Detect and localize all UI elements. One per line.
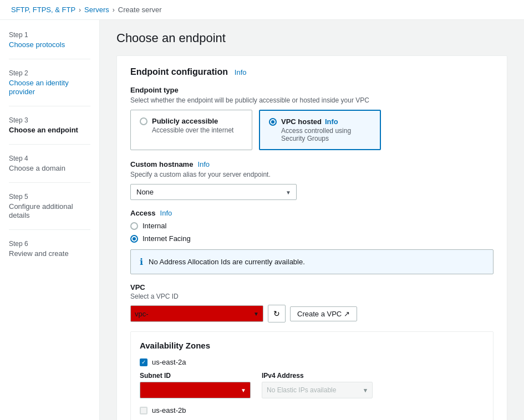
az-2a-ipv4-label: IPv4 Address (262, 372, 373, 380)
az-2b-checkbox[interactable] (140, 407, 147, 414)
endpoint-type-desc: Select whether the endpoint will be publ… (130, 96, 494, 104)
publicly-accessible-option[interactable]: Publicly accessible Accessible over the … (130, 110, 252, 150)
step3-label: Choose an endpoint (9, 126, 78, 134)
info-box-icon: ℹ (140, 257, 143, 267)
step5-number: Step 5 (9, 193, 90, 201)
az-2a-ipv4-col: IPv4 Address No Elastic IPs available ▼ (262, 372, 373, 398)
vpc-create-label: Create a VPC ↗ (297, 310, 350, 318)
custom-hostname-desc: Specify a custom alias for your server e… (130, 171, 494, 178)
internal-radio (130, 222, 138, 230)
breadcrumb-sep-1: › (79, 6, 81, 14)
publicly-accessible-radio (140, 117, 147, 125)
vpc-label: VPC (130, 283, 494, 291)
internal-radio-row[interactable]: Internal (130, 222, 494, 230)
vpc-sub-label: Select a VPC ID (130, 293, 494, 300)
custom-hostname-label: Custom hostname (130, 160, 193, 168)
step6-label: Review and create (9, 249, 69, 258)
az-2a-subnet-label: Subnet ID (140, 372, 251, 380)
endpoint-type-label: Endpoint type (130, 86, 494, 94)
sidebar-step-5: Step 5 Configure additional details (9, 193, 90, 230)
step6-number: Step 6 (9, 240, 90, 248)
breadcrumb-current: Create server (118, 6, 162, 14)
az-2a-checkbox-row[interactable]: ✓ us-east-2a (140, 358, 484, 366)
vpc-hosted-radio (269, 118, 277, 126)
breadcrumb: SFTP, FTPS, & FTP › Servers › Create ser… (0, 0, 524, 20)
vpc-create-button[interactable]: Create a VPC ↗ (290, 306, 357, 321)
step4-number: Step 4 (9, 155, 90, 162)
publicly-accessible-title: Publicly accessible (152, 117, 233, 125)
step4-label: Choose a domain (9, 164, 65, 172)
step2-label[interactable]: Choose an identity provider (9, 79, 69, 96)
publicly-accessible-subtitle: Accessible over the internet (152, 126, 233, 134)
vpc-input-red[interactable] (130, 305, 263, 322)
internet-facing-label: Internet Facing (143, 234, 191, 243)
step2-number: Step 2 (9, 69, 90, 77)
vpc-row: vpc- ▼ ↻ Create a VPC ↗ (130, 305, 494, 322)
az-2a-subnet-select-wrapper: ▼ (140, 382, 251, 398)
vpc-section: VPC Select a VPC ID vpc- ▼ ↻ Create a VP… (130, 283, 494, 322)
az-2a-ipv4-select: No Elastic IPs available (262, 382, 373, 398)
vpc-select-container: vpc- ▼ (130, 305, 263, 322)
az-2a-ipv4-wrapper: No Elastic IPs available ▼ (262, 382, 373, 398)
az-2b-label: us-east-2b (152, 406, 186, 414)
internet-facing-radio-row[interactable]: Internet Facing (130, 234, 494, 243)
main-content: Choose an endpoint Endpoint configuratio… (100, 20, 524, 420)
az-title: Availability Zones (140, 341, 484, 350)
endpoint-config-card: Endpoint configuration Info Endpoint typ… (116, 55, 507, 420)
card-info-link[interactable]: Info (235, 68, 247, 76)
internet-facing-radio (130, 235, 138, 243)
az-2a-checkbox[interactable]: ✓ (140, 358, 147, 366)
info-box-text: No Address Allocation Ids are currently … (149, 258, 305, 266)
az-2a-subnet-red-input[interactable] (140, 382, 251, 398)
az-2a-subnet-row: Subnet ID ▼ IPv4 Address No Elastic IPs … (140, 372, 484, 398)
az-row-us-east-2a: ✓ us-east-2a Subnet ID ▼ IPv4 Addres (140, 358, 484, 398)
step1-label[interactable]: Choose protocols (9, 40, 65, 49)
page-title: Choose an endpoint (116, 31, 507, 45)
access-info[interactable]: Info (160, 209, 172, 217)
breadcrumb-servers[interactable]: Servers (84, 6, 109, 14)
step1-number: Step 1 (9, 31, 90, 39)
custom-hostname-info[interactable]: Info (197, 160, 210, 168)
step3-number: Step 3 (9, 116, 90, 124)
vpc-hosted-subtitle: Access controlled using Security Groups (281, 127, 371, 142)
endpoint-type-options: Publicly accessible Accessible over the … (130, 110, 494, 150)
breadcrumb-sep-2: › (113, 6, 115, 14)
sidebar: Step 1 Choose protocols Step 2 Choose an… (0, 20, 100, 420)
availability-zones-card: Availability Zones ✓ us-east-2a Subnet I… (130, 331, 494, 420)
card-title: Endpoint configuration (130, 67, 228, 76)
step5-label: Configure additional details (9, 202, 73, 219)
az-row-us-east-2b: us-east-2b Subnet ID No Subnet IDs avail… (140, 406, 484, 420)
no-address-info-box: ℹ No Address Allocation Ids are currentl… (130, 249, 494, 274)
az-2a-subnet-col: Subnet ID ▼ (140, 372, 251, 398)
vpc-hosted-info[interactable]: Info (325, 117, 338, 126)
sidebar-step-2: Step 2 Choose an identity provider (9, 69, 90, 106)
az-2a-label: us-east-2a (152, 358, 186, 366)
access-label: Access (130, 209, 156, 217)
az-2b-checkbox-row[interactable]: us-east-2b (140, 406, 484, 414)
sidebar-step-4: Step 4 Choose a domain (9, 155, 90, 183)
sidebar-step-3: Step 3 Choose an endpoint (9, 116, 90, 145)
internal-label: Internal (143, 222, 166, 230)
vpc-hosted-title: VPC hosted Info (281, 117, 371, 126)
breadcrumb-sftp[interactable]: SFTP, FTPS, & FTP (11, 6, 75, 14)
custom-hostname-select-wrapper: None Amazon Route 53 DNS alias Other DNS (130, 184, 297, 200)
custom-hostname-section: Custom hostname Info Specify a custom al… (130, 160, 494, 200)
vpc-refresh-button[interactable]: ↻ (268, 305, 286, 322)
vpc-hosted-option[interactable]: VPC hosted Info Access controlled using … (259, 110, 381, 150)
custom-hostname-select[interactable]: None Amazon Route 53 DNS alias Other DNS (130, 184, 297, 200)
sidebar-step-6: Step 6 Review and create (9, 240, 90, 268)
sidebar-step-1: Step 1 Choose protocols (9, 31, 90, 59)
endpoint-type-section: Endpoint type Select whether the endpoin… (130, 86, 494, 150)
access-section: Access Info Internal Internet Facing (130, 209, 494, 243)
